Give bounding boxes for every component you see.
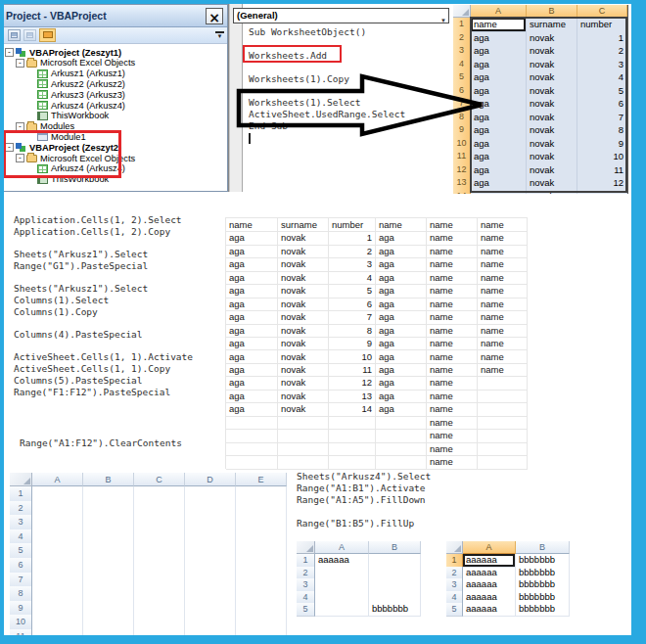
cell-C2[interactable]: 1 xyxy=(577,31,627,46)
table-cell[interactable]: aga xyxy=(226,271,278,285)
table-cell[interactable]: aga xyxy=(376,271,427,285)
cell-A8[interactable] xyxy=(32,586,83,602)
cell-A9[interactable] xyxy=(32,601,83,617)
table-cell[interactable]: novak xyxy=(278,245,329,258)
cell-C6[interactable]: 5 xyxy=(577,84,627,99)
table-cell[interactable]: name xyxy=(427,298,478,311)
col-header-C[interactable]: C xyxy=(577,5,627,18)
table-cell[interactable]: aga xyxy=(376,337,427,350)
cell-E9[interactable] xyxy=(236,601,287,617)
cell-A1[interactable]: aaaaaa xyxy=(315,554,369,568)
table-cell[interactable]: surname xyxy=(278,218,329,232)
cell-B7[interactable]: novak xyxy=(527,97,577,112)
col-header-A[interactable]: A xyxy=(32,473,83,486)
cell-E8[interactable] xyxy=(236,586,287,602)
row-header-13[interactable]: 13 xyxy=(453,176,471,191)
row-header-1[interactable]: 1 xyxy=(453,18,471,32)
table-cell[interactable]: novak xyxy=(278,350,329,364)
cell-D9[interactable] xyxy=(185,601,236,617)
table-cell[interactable]: 4 xyxy=(329,271,376,285)
table-cell[interactable] xyxy=(478,376,528,390)
cell-B2[interactable]: bbbbbbb xyxy=(516,567,570,580)
table-cell[interactable]: novak xyxy=(278,337,329,350)
table-cell[interactable]: aga xyxy=(226,284,278,298)
table-cell[interactable]: aga xyxy=(226,231,278,245)
row-header-10[interactable]: 10 xyxy=(10,615,32,630)
table-cell[interactable]: name xyxy=(427,245,478,258)
cell-E3[interactable] xyxy=(236,515,287,530)
cell-A14[interactable]: aga xyxy=(471,190,527,195)
cell-C6[interactable] xyxy=(134,558,185,574)
table-cell[interactable]: novak xyxy=(278,363,329,377)
table-cell[interactable]: 1 xyxy=(329,231,376,245)
table-cell[interactable]: novak xyxy=(278,310,329,324)
cell-E2[interactable] xyxy=(236,501,287,517)
close-icon[interactable] xyxy=(206,8,223,24)
table-cell[interactable]: name xyxy=(427,376,478,390)
row-header-5[interactable]: 5 xyxy=(297,603,315,617)
cell-D1[interactable] xyxy=(185,486,236,502)
table-cell[interactable]: 6 xyxy=(329,298,376,311)
table-cell[interactable]: aga xyxy=(226,376,278,390)
row-header-7[interactable]: 7 xyxy=(10,573,32,588)
cell-B3[interactable]: bbbbbbb xyxy=(516,578,570,592)
row-header-2[interactable]: 2 xyxy=(10,501,32,517)
cell-C13[interactable]: 12 xyxy=(577,176,627,191)
table-cell[interactable]: aga xyxy=(376,231,427,245)
table-cell[interactable]: name xyxy=(427,324,478,338)
cell-B10[interactable]: novak xyxy=(527,137,577,152)
view-object-icon[interactable] xyxy=(23,29,36,41)
cell-C9[interactable] xyxy=(134,601,185,617)
table-cell[interactable]: name xyxy=(427,337,478,350)
table-cell[interactable]: novak xyxy=(278,324,329,338)
cell-E5[interactable] xyxy=(236,543,287,559)
cell-B1[interactable] xyxy=(83,486,134,502)
select-all-corner[interactable] xyxy=(446,541,463,554)
collapse-icon[interactable]: - xyxy=(16,59,24,68)
table-cell[interactable]: name xyxy=(478,271,528,285)
cell-A2[interactable]: aga xyxy=(471,31,527,46)
row-header-4[interactable]: 4 xyxy=(446,591,463,605)
table-cell[interactable]: 10 xyxy=(329,350,376,364)
table-cell[interactable]: name xyxy=(427,402,478,416)
cell-E7[interactable] xyxy=(236,573,287,588)
table-cell[interactable]: aga xyxy=(226,402,278,416)
cell-A1[interactable]: aaaaaa xyxy=(463,554,516,568)
cell-C10[interactable] xyxy=(134,615,185,630)
table-cell[interactable]: 3 xyxy=(329,257,376,271)
table-cell[interactable] xyxy=(329,429,376,442)
tree-item-arkusz2-arkusz2[interactable]: Arkusz2 (Arkusz2) xyxy=(26,78,125,89)
cell-B1[interactable]: bbbbbbb xyxy=(516,554,570,568)
table-cell[interactable]: aga xyxy=(226,337,278,350)
select-all-corner[interactable] xyxy=(10,473,32,486)
table-cell[interactable]: aga xyxy=(376,376,427,390)
table-cell[interactable]: aga xyxy=(376,350,427,364)
row-header-2[interactable]: 2 xyxy=(453,31,471,46)
general-dropdown[interactable]: (General) xyxy=(233,8,449,23)
cell-A4[interactable]: aaaaaa xyxy=(463,591,516,605)
cell-B12[interactable]: novak xyxy=(527,163,577,178)
table-cell[interactable]: aga xyxy=(376,402,427,416)
row-header-3[interactable]: 3 xyxy=(453,44,471,59)
table-cell[interactable]: name xyxy=(427,271,478,285)
table-cell[interactable]: name xyxy=(478,324,528,338)
table-cell[interactable]: novak xyxy=(278,390,329,403)
table-cell[interactable]: 2 xyxy=(329,245,376,258)
cell-D2[interactable] xyxy=(185,501,236,517)
row-header-3[interactable]: 3 xyxy=(10,515,32,530)
cell-C1[interactable]: number xyxy=(577,18,627,32)
cell-B5[interactable]: novak xyxy=(527,70,577,85)
cell-D8[interactable] xyxy=(185,586,236,602)
table-cell[interactable]: aga xyxy=(226,310,278,324)
row-header-1[interactable]: 1 xyxy=(446,554,463,568)
table-cell[interactable] xyxy=(226,442,278,456)
tree-item-arkusz3-arkusz3[interactable]: Arkusz3 (Arkusz3) xyxy=(26,89,125,100)
table-cell[interactable]: aga xyxy=(226,390,278,403)
row-header-4[interactable]: 4 xyxy=(10,529,32,545)
cell-A3[interactable]: aga xyxy=(471,44,527,59)
cell-C7[interactable]: 6 xyxy=(577,97,627,112)
table-cell[interactable] xyxy=(278,442,329,456)
cell-C4[interactable] xyxy=(134,529,185,545)
table-cell[interactable]: aga xyxy=(376,324,427,338)
table-cell[interactable] xyxy=(329,455,376,469)
